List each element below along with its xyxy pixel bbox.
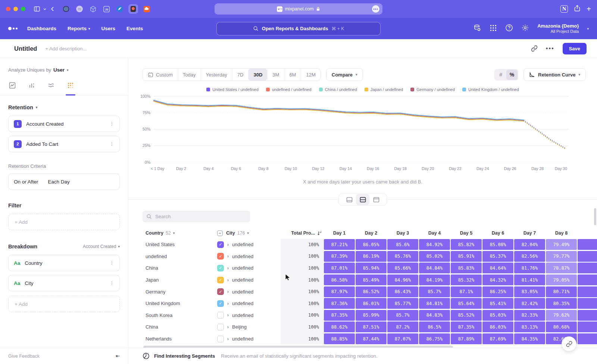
collapse-sidebar-icon[interactable]: ⇤ [116,353,120,359]
window-controls[interactable] [6,7,25,11]
help-icon[interactable] [505,24,513,33]
nav-item-events[interactable]: Events [126,26,143,31]
expand-row-icon[interactable]: › [227,336,229,342]
legend-item[interactable]: undefined / undefined [266,87,312,92]
more-options-icon[interactable]: ••• [546,45,554,52]
mixpanel-logo[interactable] [8,27,18,30]
apps-grid-icon[interactable] [490,24,497,33]
step-event-name[interactable]: Account Created [26,121,64,127]
report-description-placeholder[interactable]: + Add description... [45,46,87,51]
share-link-fab[interactable] [562,336,576,351]
retention-criteria-control[interactable]: On or After Each Day [8,173,120,190]
row-visibility-checkbox[interactable]: ✓ [217,265,224,272]
expand-row-icon[interactable]: › [227,301,229,306]
breakdown-country[interactable]: Aa Country ⋮ [8,255,120,271]
settings-gear-icon[interactable] [521,24,529,33]
row-visibility-checkbox[interactable]: ✓ [217,288,224,295]
give-feedback-link[interactable]: Give Feedback [8,354,40,359]
day-column-header[interactable]: Day 6 [482,230,514,236]
analyze-uniques-control[interactable]: Analyze Uniques by User ▾ [0,67,128,73]
day-column-header[interactable]: Day 7 [514,230,546,236]
step-menu-icon[interactable]: ⋮ [109,123,114,125]
legend-item[interactable]: United Kingdom / undefined [462,87,519,92]
browser-extension-icon-target[interactable] [61,4,71,14]
row-visibility-checkbox[interactable]: ✓ [217,300,224,307]
range-today[interactable]: Today [178,69,201,81]
view-chart-only-icon[interactable] [343,194,356,205]
tab-insights[interactable] [4,80,20,91]
step-menu-icon[interactable]: ⋮ [109,143,114,145]
range-3m[interactable]: 3M [267,69,284,81]
total-column-header[interactable]: Total Pro... [281,230,323,236]
country-column-header[interactable]: Country 52 ▾ [143,230,217,236]
breakdown-menu-icon[interactable]: ⋮ [109,282,114,284]
data-management-icon[interactable] [473,24,481,34]
day-column-header[interactable]: Day 3 [387,230,419,236]
report-title[interactable]: Untitled [14,45,37,52]
retention-step-2[interactable]: 2 Added To Cart ⋮ [8,136,120,152]
retention-step-1[interactable]: 1 Account Created ⋮ [8,116,120,132]
expand-row-icon[interactable]: › [227,242,229,247]
day-column-header[interactable]: Day 2 [355,230,387,236]
day-column-header[interactable]: Day 4 [419,230,450,236]
add-filter-button[interactable]: + Add [8,214,120,230]
expand-row-icon[interactable]: › [227,266,229,271]
step-event-name[interactable]: Added To Cart [26,141,58,147]
back-icon[interactable] [48,4,57,14]
row-visibility-checkbox[interactable] [217,312,224,318]
sidebar-toggle-icon[interactable] [32,4,42,14]
table-search[interactable] [143,211,250,222]
range-6m[interactable]: 6M [284,69,301,81]
browser-extension-icon-js[interactable]: JS [101,4,111,14]
row-visibility-checkbox[interactable]: ✓ [217,241,224,248]
zoom-window-button[interactable] [21,7,25,11]
legend-item[interactable]: Germany / undefined [410,87,455,92]
criteria-value[interactable]: Each Day [48,179,70,185]
breakdown-property-name[interactable]: Country [25,260,42,266]
range-7d[interactable]: 7D [232,69,249,81]
day-column-header[interactable]: Day 1 [323,230,355,236]
absolute-format-toggle[interactable]: # [495,70,506,80]
add-breakdown-button[interactable]: + Add [8,296,120,312]
nav-item-dashboards[interactable]: Dashboards [27,26,56,31]
browser-extension-icon-cloud[interactable] [142,4,151,14]
legend-item[interactable]: Japan / undefined [365,87,403,92]
breakdown-city[interactable]: Aa City ⋮ [8,275,120,291]
day-column-header[interactable]: Day 5 [450,230,482,236]
row-visibility-checkbox[interactable]: ✓ [217,253,224,260]
copy-link-icon[interactable] [531,45,538,52]
table-search-input[interactable] [155,214,237,219]
browser-extension-icon-bird[interactable] [115,4,125,14]
tab-retention[interactable] [63,80,78,91]
browser-extension-icon-active[interactable] [128,4,138,14]
range-yesterday[interactable]: Yesterday [201,69,232,81]
percent-format-toggle[interactable]: % [506,70,518,80]
expand-row-icon[interactable]: › [227,254,229,259]
browser-extension-icon-m[interactable]: m [75,4,84,14]
row-visibility-checkbox[interactable]: ✓ [217,277,224,283]
breakdown-menu-icon[interactable]: ⋮ [109,262,114,264]
view-split-icon[interactable] [356,194,369,205]
expand-row-icon[interactable]: › [227,289,229,294]
browser-extension-icon-cube[interactable] [88,4,98,14]
extensions-menu-icon[interactable]: ••• [372,5,379,13]
nav-item-users[interactable]: Users [101,26,116,31]
expand-row-icon[interactable]: › [227,324,229,330]
minimize-window-button[interactable] [13,7,18,11]
notion-extension-icon[interactable]: N [560,5,568,13]
vertical-scrollbar[interactable] [594,208,596,225]
range-30d[interactable]: 30D [248,69,267,81]
project-selector[interactable]: Amazonia {Demo} All Project Data [537,23,579,34]
criteria-condition[interactable]: On or After [14,179,38,185]
chevron-down-icon[interactable] [42,4,48,14]
save-button[interactable]: Save [563,43,587,54]
range-12m[interactable]: 12M [301,69,320,81]
city-column-header[interactable]: − City 176 ▾ [217,230,281,236]
range-custom[interactable]: Custom [143,69,178,81]
expand-row-icon[interactable]: › [227,277,229,283]
new-tab-icon[interactable]: + [587,5,591,13]
tab-funnels[interactable] [24,80,40,91]
breakdown-property-name[interactable]: City [25,280,33,286]
legend-item[interactable]: China / undefined [319,87,357,92]
day-column-header[interactable]: Day 8 [546,230,577,236]
